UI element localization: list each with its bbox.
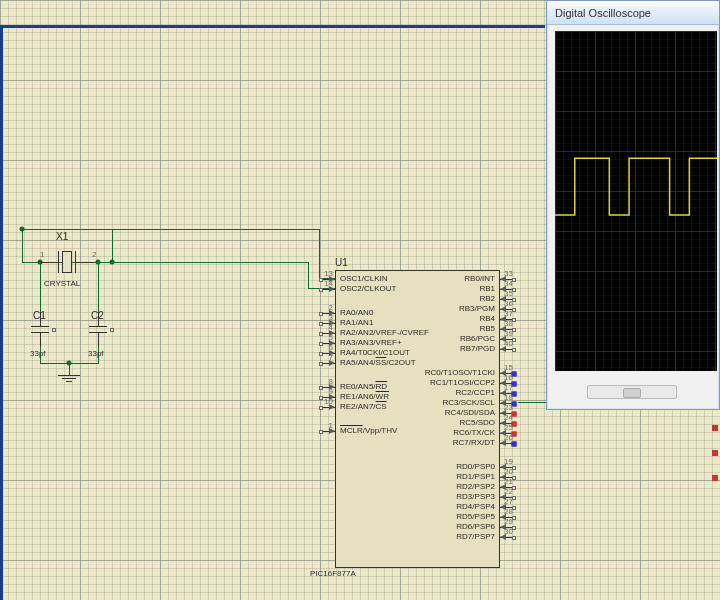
probe-marker[interactable]	[712, 475, 718, 481]
pin-name: RD0/PSP0	[456, 462, 495, 471]
pin-endpoint[interactable]	[512, 348, 516, 352]
ground-symbol[interactable]	[58, 375, 80, 382]
oscilloscope-title-text: Digital Oscilloscope	[555, 7, 651, 19]
pin-name: RB2	[479, 294, 495, 303]
oscilloscope-scrollbar[interactable]	[587, 385, 677, 399]
wire	[308, 262, 309, 289]
pin-name: OSC2/CLKOUT	[340, 284, 396, 293]
pin-name: RC1/T1OSI/CCP2	[430, 378, 495, 387]
junction	[67, 361, 72, 366]
pin-name: RD6/PSP6	[456, 522, 495, 531]
x1-ref-label: X1	[56, 231, 68, 242]
pin-endpoint	[110, 328, 114, 332]
pin-name: RC4/SDI/SDA	[445, 408, 495, 417]
pin-name: RD1/PSP1	[456, 472, 495, 481]
wire	[112, 262, 308, 263]
x1-pin2-label: 2	[92, 250, 96, 259]
pin-name: RA4/T0CKI/C1OUT	[340, 348, 410, 357]
oscilloscope-window[interactable]: Digital Oscilloscope	[546, 0, 720, 410]
probe-marker[interactable]	[712, 425, 718, 431]
pin-name: RC5/SDO	[459, 418, 495, 427]
pin-name: RD7/PSP7	[456, 532, 495, 541]
pin-endpoint[interactable]	[319, 430, 323, 434]
wire	[22, 229, 23, 263]
pin-endpoint[interactable]	[319, 406, 323, 410]
pin-name: RB4	[479, 314, 495, 323]
pin-name: RC2/CCP1	[455, 388, 495, 397]
pin-name: RA3/AN3/VREF+	[340, 338, 402, 347]
pin-name: RB3/PGM	[459, 304, 495, 313]
pin-endpoint[interactable]	[512, 441, 517, 446]
pin-name: RA0/AN0	[340, 308, 373, 317]
pin-name: RA1/AN1	[340, 318, 373, 327]
c1-ref-label: C1	[33, 310, 46, 321]
pin-name: MCLR/Vpp/THV	[340, 426, 397, 435]
scope-trace	[555, 31, 717, 371]
wire	[112, 229, 113, 263]
x1-pin1-label: 1	[40, 250, 44, 259]
probe-marker[interactable]	[712, 450, 718, 456]
pin-name: RA5/AN4/SS/C2OUT	[340, 358, 416, 367]
u1-ref-label: U1	[335, 257, 348, 268]
pin-name: RB5	[479, 324, 495, 333]
schematic-canvas[interactable]: X1 1 2 CRYSTAL C1 33pf C2 33pf U1 PIC16F…	[0, 0, 720, 600]
pin-endpoint[interactable]	[319, 362, 323, 366]
junction	[96, 260, 101, 265]
oscilloscope-titlebar[interactable]: Digital Oscilloscope	[547, 1, 719, 25]
c1-value-label: 33pf	[30, 349, 46, 358]
pin-endpoint[interactable]	[319, 288, 323, 292]
c2-value-label: 33pf	[88, 349, 104, 358]
pin-endpoint	[52, 328, 56, 332]
wire	[40, 262, 41, 314]
pin-name: RD5/PSP5	[456, 512, 495, 521]
pin-name: RE2/AN7/CS	[340, 402, 387, 411]
pin-name: RD3/PSP3	[456, 492, 495, 501]
pin-endpoint[interactable]	[512, 536, 516, 540]
pin-name: RE0/AN5/RD	[340, 382, 387, 391]
c2-ref-label: C2	[91, 310, 104, 321]
pin-name: RB7/PGD	[460, 344, 495, 353]
oscilloscope-screen[interactable]	[555, 31, 717, 371]
junction	[20, 227, 25, 232]
wire	[98, 262, 99, 314]
pin-name: RC3/SCK/SCL	[443, 398, 495, 407]
pin-name: RC6/TX/CK	[453, 428, 495, 437]
pin-name: RD4/PSP4	[456, 502, 495, 511]
wire	[22, 229, 320, 230]
pin-name: RB0/INT	[464, 274, 495, 283]
pin-name: RC7/RX/DT	[453, 438, 495, 447]
x1-value-label: CRYSTAL	[44, 279, 80, 288]
pin-name: RC0/T1OSO/T1CKI	[425, 368, 495, 377]
pin-name: RE1/AN6/WR	[340, 392, 389, 401]
junction	[110, 260, 115, 265]
pin-name: RD2/PSP2	[456, 482, 495, 491]
pin-name: RA2/AN2/VREF-/CVREF	[340, 328, 429, 337]
pin-name: RB6/PGC	[460, 334, 495, 343]
u1-part-label: PIC16F877A	[310, 569, 356, 578]
pin-name: OSC1/CLKIN	[340, 274, 388, 283]
sheet-border-top	[0, 25, 545, 30]
pin-name: RB1	[479, 284, 495, 293]
sheet-border-left	[0, 25, 3, 600]
